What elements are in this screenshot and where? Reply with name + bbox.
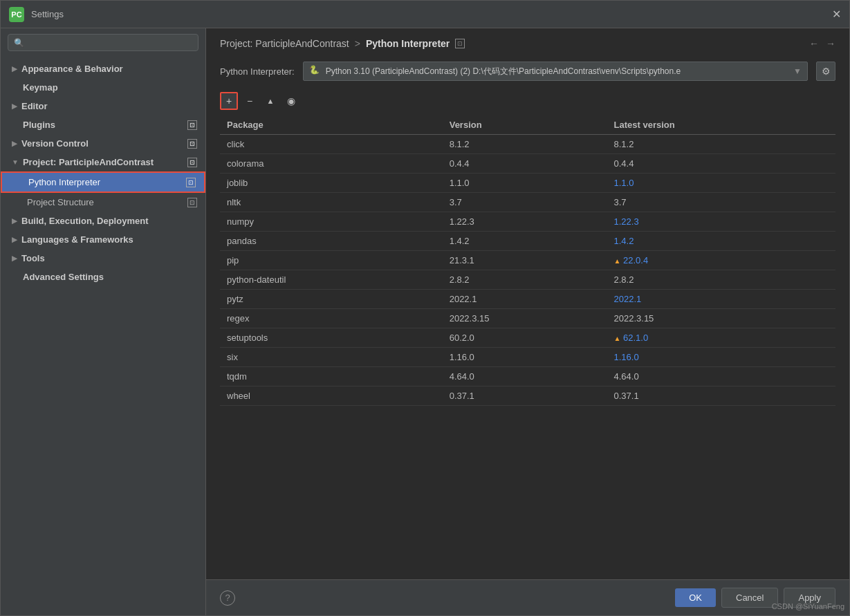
sidebar-item-label: Languages & Frameworks: [21, 234, 133, 245]
sidebar-item-editor[interactable]: ▶ Editor: [1, 97, 205, 115]
sidebar-item-label: Advanced Settings: [23, 272, 104, 282]
add-package-button[interactable]: +: [220, 92, 238, 110]
search-input[interactable]: [27, 37, 192, 48]
packages-rows: click8.1.28.1.2colorama0.4.40.4.4joblib1…: [220, 135, 835, 406]
package-name: click: [220, 135, 443, 154]
package-latest-version: 0.37.1: [607, 386, 835, 406]
col-latest: Latest version: [607, 115, 835, 135]
col-version: Version: [443, 115, 607, 135]
expand-arrow-icon: ▶: [12, 254, 17, 262]
package-name: numpy: [220, 212, 443, 232]
package-latest-version: 1.1.0: [607, 174, 835, 193]
back-arrow-icon[interactable]: ←: [809, 38, 819, 49]
table-row[interactable]: regex2022.3.152022.3.15: [220, 309, 835, 328]
package-version: 1.22.3: [443, 212, 607, 232]
remove-package-button[interactable]: −: [241, 92, 259, 110]
expand-arrow-icon: ▶: [12, 140, 17, 147]
sidebar-item-plugins[interactable]: Plugins ⊡: [1, 115, 205, 134]
package-name: pip: [220, 251, 443, 270]
package-latest-version: 1.16.0: [607, 348, 835, 367]
package-version: 2022.3.15: [443, 309, 607, 328]
interpreter-select[interactable]: 🐍 Python 3.10 (ParticipleAndContrast) (2…: [303, 62, 808, 81]
up-button[interactable]: ▲: [261, 92, 279, 110]
titlebar: PC Settings ✕: [1, 1, 849, 28]
python-icon: 🐍: [309, 65, 322, 77]
breadcrumb-current: Python Interpreter: [366, 38, 450, 49]
sidebar-item-label: Plugins: [23, 120, 55, 130]
table-row[interactable]: click8.1.28.1.2: [220, 135, 835, 154]
table-row[interactable]: pip21.3.1▲ 22.0.4: [220, 251, 835, 270]
package-version: 60.2.0: [443, 328, 607, 348]
external-link-icon: ⊡: [187, 120, 197, 130]
package-name: nltk: [220, 193, 443, 212]
table-row[interactable]: tqdm4.64.04.64.0: [220, 367, 835, 386]
table-row[interactable]: pandas1.4.21.4.2: [220, 232, 835, 251]
nav-arrows: ← →: [809, 38, 835, 49]
external-link-icon: ⊡: [187, 139, 197, 149]
cancel-button[interactable]: Cancel: [721, 588, 778, 608]
package-name: colorama: [220, 154, 443, 174]
search-box[interactable]: 🔍: [8, 34, 198, 51]
sidebar-item-label: Python Interpreter: [28, 177, 100, 187]
sidebar-item-keymap[interactable]: Keymap: [1, 78, 205, 97]
package-version: 0.37.1: [443, 386, 607, 406]
watermark: CSDN @SiYuanFeng: [772, 602, 844, 610]
interpreter-row: Python Interpreter: 🐍 Python 3.10 (Parti…: [206, 56, 849, 89]
settings-window: PC Settings ✕ 🔍 ▶ Appearance & Behavior …: [0, 0, 850, 616]
sidebar-item-advanced[interactable]: Advanced Settings: [1, 268, 205, 286]
sidebar-item-label: Appearance & Behavior: [21, 64, 123, 74]
forward-arrow-icon[interactable]: →: [826, 38, 835, 49]
package-latest-version: ▲ 22.0.4: [607, 251, 835, 270]
table-row[interactable]: wheel0.37.10.37.1: [220, 386, 835, 406]
table-row[interactable]: setuptools60.2.0▲ 62.1.0: [220, 328, 835, 348]
package-latest-version: 4.64.0: [607, 367, 835, 386]
sidebar-item-label: Editor: [21, 101, 48, 111]
ok-button[interactable]: OK: [675, 588, 716, 607]
show-button[interactable]: ◉: [282, 92, 300, 110]
package-latest-version: ▲ 62.1.0: [607, 328, 835, 348]
close-button[interactable]: ✕: [832, 8, 841, 21]
sidebar-item-build[interactable]: ▶ Build, Execution, Deployment: [1, 212, 205, 230]
expand-arrow-icon: ▶: [12, 217, 17, 225]
sidebar-item-version-control[interactable]: ▶ Version Control ⊡: [1, 134, 205, 153]
package-latest-version: 2022.3.15: [607, 309, 835, 328]
interpreter-gear-button[interactable]: ⚙: [816, 62, 835, 81]
sidebar-item-appearance[interactable]: ▶ Appearance & Behavior: [1, 59, 205, 78]
sidebar-nav: ▶ Appearance & Behavior Keymap ▶ Editor …: [1, 57, 205, 615]
package-toolbar: + − ▲ ◉: [206, 89, 849, 115]
table-row[interactable]: colorama0.4.40.4.4: [220, 154, 835, 174]
package-name: six: [220, 348, 443, 367]
table-row[interactable]: pytz2022.12022.1: [220, 290, 835, 309]
table-row[interactable]: python-dateutil2.8.22.8.2: [220, 270, 835, 290]
sidebar-item-languages[interactable]: ▶ Languages & Frameworks: [1, 230, 205, 249]
package-latest-version: 8.1.2: [607, 135, 835, 154]
sidebar-item-python-interpreter[interactable]: Python Interpreter ⊡: [1, 171, 205, 193]
sidebar-item-project-structure[interactable]: Project Structure ⊡: [1, 193, 205, 212]
package-name: joblib: [220, 174, 443, 193]
expand-arrow-icon: ▶: [12, 102, 17, 110]
sidebar-item-tools[interactable]: ▶ Tools: [1, 249, 205, 268]
package-version: 1.16.0: [443, 348, 607, 367]
package-version: 0.4.4: [443, 154, 607, 174]
table-row[interactable]: numpy1.22.31.22.3: [220, 212, 835, 232]
table-row[interactable]: nltk3.73.7: [220, 193, 835, 212]
sidebar-item-project[interactable]: ▼ Project: ParticipleAndContrast ⊡: [1, 153, 205, 171]
package-latest-version: 0.4.4: [607, 154, 835, 174]
package-version: 2.8.2: [443, 270, 607, 290]
main-content: 🔍 ▶ Appearance & Behavior Keymap ▶ Edito…: [1, 28, 849, 615]
col-package: Package: [220, 115, 443, 135]
package-name: tqdm: [220, 367, 443, 386]
package-name: setuptools: [220, 328, 443, 348]
search-icon: 🔍: [14, 38, 24, 48]
package-version: 21.3.1: [443, 251, 607, 270]
help-button[interactable]: ?: [220, 590, 235, 606]
package-name: pandas: [220, 232, 443, 251]
table-row[interactable]: joblib1.1.01.1.0: [220, 174, 835, 193]
packages-data-table: Package Version Latest version click8.1.…: [220, 115, 835, 406]
package-latest-version: 2.8.2: [607, 270, 835, 290]
footer: ? OK Cancel Apply: [206, 579, 849, 615]
package-latest-version: 2022.1: [607, 290, 835, 309]
table-header: Package Version Latest version: [220, 115, 835, 135]
sidebar-item-label: Build, Execution, Deployment: [21, 216, 148, 226]
table-row[interactable]: six1.16.01.16.0: [220, 348, 835, 367]
